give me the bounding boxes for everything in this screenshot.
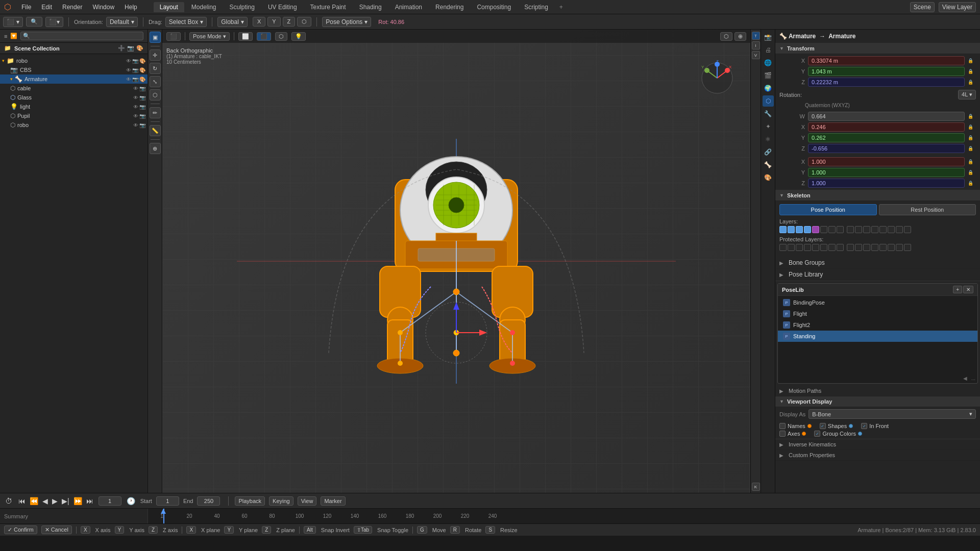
object-props-icon[interactable]: ⬡ <box>763 95 774 107</box>
rotation-mode-dropdown[interactable]: 4L ▾ <box>958 90 976 99</box>
player-1[interactable] <box>788 244 795 251</box>
player-5[interactable] <box>820 244 827 251</box>
current-frame-input[interactable] <box>99 496 121 506</box>
editor-type-dropdown[interactable]: ⬛ ▾ <box>3 17 23 27</box>
motion-paths-row[interactable]: ▶ Motion Paths <box>775 386 980 396</box>
pose-position-btn[interactable]: Pose Position <box>779 204 877 215</box>
bone-groups-row[interactable]: ▶ Bone Groups <box>775 257 980 269</box>
eye-icon-3[interactable]: 👁 <box>126 77 131 82</box>
camera-icon-3[interactable]: 📷 <box>132 77 138 82</box>
loc-y-lock[interactable]: 🔒 <box>968 69 976 74</box>
skeleton-section-header[interactable]: ▼ Skeleton <box>775 190 980 201</box>
player-3[interactable] <box>804 244 811 251</box>
player-13[interactable] <box>888 244 895 251</box>
constraints-props-icon[interactable]: 🔗 <box>763 146 774 158</box>
ws-rendering[interactable]: Rendering <box>429 2 470 12</box>
viewport-shading-material[interactable]: ⬡ <box>275 32 287 41</box>
ws-sculpting[interactable]: Sculpting <box>224 2 261 12</box>
layer-3[interactable] <box>804 226 811 233</box>
eye-icon-4[interactable]: 👁 <box>133 86 138 91</box>
camera-icon-4[interactable]: 📷 <box>139 86 145 91</box>
measure-tool[interactable]: 📏 <box>150 125 161 136</box>
timeline-clock-btn[interactable]: 🕐 <box>126 496 136 506</box>
rot-w-field[interactable] <box>808 112 965 121</box>
pose-options-dropdown[interactable]: Pose Options ▾ <box>322 17 371 27</box>
track-area[interactable]: 1 20 40 60 80 100 120 140 160 180 200 22… <box>148 509 980 523</box>
player-6[interactable] <box>828 244 836 251</box>
layer-12[interactable] <box>879 226 887 233</box>
camera-restrict-icon[interactable]: 📷 <box>132 58 138 64</box>
layer-2[interactable] <box>796 226 803 233</box>
search-button[interactable]: 🔍 <box>26 17 42 27</box>
scale-z-field[interactable] <box>808 179 965 188</box>
move-tool[interactable]: ✛ <box>150 49 161 61</box>
pose-flight2[interactable]: P Flight2 <box>778 319 977 331</box>
player-2[interactable] <box>796 244 803 251</box>
ws-texture-paint[interactable]: Texture Paint <box>304 2 352 12</box>
ws-uv-editing[interactable]: UV Editing <box>262 2 303 12</box>
player-11[interactable] <box>871 244 878 251</box>
screencast-keys-btn[interactable]: K <box>752 483 760 491</box>
scale-y-lock[interactable]: 🔒 <box>968 170 976 175</box>
loc-z-lock[interactable]: 🔒 <box>968 80 976 85</box>
in-front-checkbox[interactable] <box>861 423 867 429</box>
menu-edit[interactable]: Edit <box>37 3 56 12</box>
pose-binding[interactable]: P BindingPose <box>778 297 977 308</box>
player-14[interactable] <box>896 244 903 251</box>
eye-icon-6[interactable]: 👁 <box>133 104 138 110</box>
shapes-color-dot[interactable] <box>849 424 853 428</box>
player-15[interactable] <box>904 244 911 251</box>
gizmo-toggle-btn[interactable]: ⬡ <box>297 17 311 27</box>
ws-scripting[interactable]: Scripting <box>518 2 554 12</box>
player-7[interactable] <box>837 244 844 251</box>
view-tab[interactable]: V <box>752 51 760 59</box>
prev-keyframe-btn[interactable]: ⏪ <box>29 496 39 506</box>
render-icon-3[interactable]: 🎨 <box>139 77 145 82</box>
gizmo-z-btn[interactable]: Z <box>283 17 296 27</box>
camera-icon-5[interactable]: 📷 <box>139 95 145 101</box>
protected-layers-grid[interactable] <box>779 244 976 251</box>
menu-help[interactable]: Help <box>120 3 141 12</box>
display-as-dropdown[interactable]: B-Bone ▾ <box>808 409 976 419</box>
layer-8[interactable] <box>847 226 854 233</box>
player-10[interactable] <box>863 244 870 251</box>
view-layer-selector[interactable]: View Layer <box>939 2 976 12</box>
keying-dropdown[interactable]: Keying <box>269 496 293 506</box>
orientation-dropdown[interactable]: Default ▾ <box>106 17 138 27</box>
tree-item-cbs[interactable]: 📷 CBS 👁 📷 🎨 <box>0 65 148 74</box>
player-0[interactable] <box>779 244 787 251</box>
cursor-tool[interactable]: ⊕ <box>150 143 161 154</box>
rot-x-field[interactable] <box>808 122 965 132</box>
tool-tab[interactable]: T <box>752 32 760 40</box>
menu-window[interactable]: Window <box>88 3 118 12</box>
drag-dropdown[interactable]: Select Box ▾ <box>165 17 207 27</box>
scale-y-field[interactable] <box>808 168 965 177</box>
annotate-tool[interactable]: ✏ <box>150 107 161 118</box>
tree-item-robo-root[interactable]: ▾ 📁 robo 👁 📷 🎨 <box>0 56 148 65</box>
scale-x-field[interactable] <box>808 157 965 166</box>
tree-item-armature[interactable]: ▾ 🦴 Armature 👁 📷 🎨 <box>0 74 148 84</box>
render-icon[interactable]: 🎨 <box>136 45 143 52</box>
viewport-shading-dropdown[interactable]: ⬛▾ <box>45 17 63 27</box>
layer-11[interactable] <box>871 226 878 233</box>
view-layer-props-icon[interactable]: 🌐 <box>763 57 774 68</box>
render-icon-2[interactable]: 🎨 <box>139 67 145 73</box>
transform-tool[interactable]: ⬡ <box>150 89 161 101</box>
rot-y-field[interactable] <box>808 133 965 142</box>
viewport-overlays-btn[interactable]: ⬡ <box>720 32 732 41</box>
play-btn[interactable]: ▶ <box>51 496 59 506</box>
render-props-icon[interactable]: 📸 <box>763 32 774 43</box>
inverse-kinematics-row[interactable]: ▶ Inverse Kinematics <box>775 439 980 450</box>
start-frame-input[interactable] <box>156 496 179 506</box>
player-9[interactable] <box>855 244 862 251</box>
outliner-search[interactable]: 🔍 <box>20 32 143 40</box>
viewport-display-header[interactable]: ▼ Viewport Display <box>775 396 980 407</box>
rot-y-lock[interactable]: 🔒 <box>968 135 976 140</box>
pose-standing[interactable]: P Standing <box>778 331 977 342</box>
eye-icon[interactable]: 👁 <box>126 58 131 64</box>
select-box-tool[interactable]: ▣ <box>150 32 161 43</box>
menu-render[interactable]: Render <box>58 3 86 12</box>
render-restrict-icon[interactable]: 🎨 <box>139 58 145 64</box>
player-12[interactable] <box>879 244 887 251</box>
posebib-settings-btn[interactable]: ✕ <box>963 286 973 293</box>
